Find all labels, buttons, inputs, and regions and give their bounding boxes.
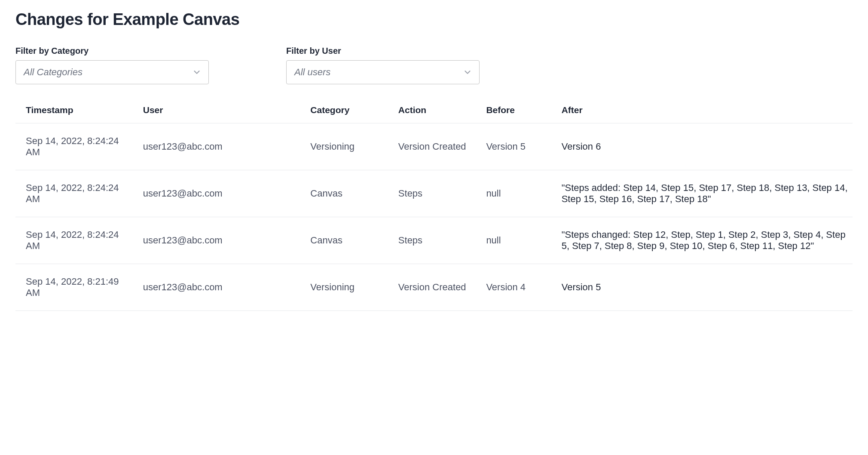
- cell-category: Versioning: [300, 123, 388, 170]
- cell-action: Steps: [388, 170, 476, 217]
- filter-category-select[interactable]: All Categories: [15, 60, 209, 84]
- col-before: Before: [476, 97, 551, 123]
- cell-timestamp: Sep 14, 2022, 8:24:24 AM: [15, 170, 133, 217]
- filter-bar: Filter by Category All Categories Filter…: [15, 46, 853, 84]
- col-category: Category: [300, 97, 388, 123]
- table-header-row: Timestamp User Category Action Before Af…: [15, 97, 853, 123]
- cell-user: user123@abc.com: [133, 264, 300, 311]
- chevron-down-icon: [192, 68, 202, 77]
- table-row: Sep 14, 2022, 8:24:24 AM user123@abc.com…: [15, 123, 853, 170]
- cell-after: "Steps changed: Step 12, Step, Step 1, S…: [551, 217, 853, 264]
- cell-user: user123@abc.com: [133, 217, 300, 264]
- cell-user: user123@abc.com: [133, 170, 300, 217]
- filter-user-placeholder: All users: [294, 67, 330, 78]
- col-action: Action: [388, 97, 476, 123]
- cell-before: Version 4: [476, 264, 551, 311]
- cell-action: Version Created: [388, 264, 476, 311]
- filter-category-label: Filter by Category: [15, 46, 209, 56]
- cell-timestamp: Sep 14, 2022, 8:24:24 AM: [15, 217, 133, 264]
- filter-user-select[interactable]: All users: [286, 60, 480, 84]
- cell-before: null: [476, 170, 551, 217]
- table-row: Sep 14, 2022, 8:24:24 AM user123@abc.com…: [15, 170, 853, 217]
- cell-category: Canvas: [300, 217, 388, 264]
- cell-before: Version 5: [476, 123, 551, 170]
- col-user: User: [133, 97, 300, 123]
- changes-table: Timestamp User Category Action Before Af…: [15, 97, 853, 311]
- cell-after: Version 6: [551, 123, 853, 170]
- col-after: After: [551, 97, 853, 123]
- cell-category: Versioning: [300, 264, 388, 311]
- filter-user-label: Filter by User: [286, 46, 480, 56]
- cell-action: Steps: [388, 217, 476, 264]
- cell-category: Canvas: [300, 170, 388, 217]
- col-timestamp: Timestamp: [15, 97, 133, 123]
- table-row: Sep 14, 2022, 8:24:24 AM user123@abc.com…: [15, 217, 853, 264]
- cell-timestamp: Sep 14, 2022, 8:24:24 AM: [15, 123, 133, 170]
- cell-after: Version 5: [551, 264, 853, 311]
- filter-category-group: Filter by Category All Categories: [15, 46, 209, 84]
- table-row: Sep 14, 2022, 8:21:49 AM user123@abc.com…: [15, 264, 853, 311]
- cell-action: Version Created: [388, 123, 476, 170]
- chevron-down-icon: [463, 68, 472, 77]
- page-title: Changes for Example Canvas: [15, 10, 853, 29]
- cell-before: null: [476, 217, 551, 264]
- filter-user-group: Filter by User All users: [286, 46, 480, 84]
- cell-timestamp: Sep 14, 2022, 8:21:49 AM: [15, 264, 133, 311]
- cell-user: user123@abc.com: [133, 123, 300, 170]
- cell-after: "Steps added: Step 14, Step 15, Step 17,…: [551, 170, 853, 217]
- filter-category-placeholder: All Categories: [24, 67, 83, 78]
